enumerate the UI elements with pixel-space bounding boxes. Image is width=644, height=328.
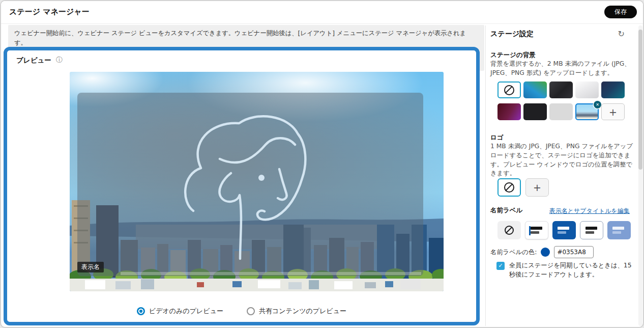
logo-option-none[interactable]: [497, 178, 521, 197]
logo-section-title: ロゴ: [490, 133, 504, 142]
edit-display-name-link[interactable]: 表示名とサブタイトルを編集: [549, 207, 630, 215]
name-label-style-blue-filled[interactable]: [552, 221, 576, 239]
prohibited-icon: [505, 226, 514, 235]
color-swatch[interactable]: [541, 248, 550, 257]
background-description: 背景を選択するか、2 MB 未満のファイル (JPG、JPEG、PNG 形式) …: [490, 60, 633, 78]
background-option-crimson-purple[interactable]: [497, 103, 521, 120]
background-option-light-gray[interactable]: [549, 103, 573, 120]
sidebar-scrollbar-thumb[interactable]: [638, 30, 642, 170]
radio-shared-content-label: 共有コンテンツのプレビュー: [259, 307, 346, 316]
radio-video-only[interactable]: ビデオのみのプレビュー: [137, 307, 223, 316]
page-title: ステージ マネージャー: [9, 7, 90, 17]
radio-video-only-label: ビデオのみのプレビュー: [149, 307, 223, 316]
background-option-navy-teal[interactable]: [601, 81, 625, 98]
video-preview-overlay: [77, 93, 423, 276]
name-label-style-light-accent[interactable]: [525, 221, 548, 239]
background-options-grid: ✕ +: [497, 81, 625, 120]
add-logo-button[interactable]: +: [525, 178, 549, 197]
preview-title: プレビュー: [16, 56, 51, 65]
radio-selected-icon[interactable]: [137, 307, 145, 315]
stage-background-image: 表示名: [70, 72, 444, 291]
background-option-black[interactable]: [523, 103, 547, 120]
radio-unselected-icon[interactable]: [247, 307, 255, 315]
fade-option-row: ✓ 全員にステージを同期しているときは、15 秒後にフェードアウトします。: [496, 261, 632, 280]
stage-settings-title: ステージ設定: [490, 30, 534, 39]
radio-shared-content[interactable]: 共有コンテンツのプレビュー: [247, 307, 346, 316]
background-option-custom-city[interactable]: ✕: [575, 103, 599, 120]
background-option-blue-green[interactable]: [523, 81, 547, 98]
sidebar-scrollbar-track: [638, 25, 642, 326]
info-icon[interactable]: ⓘ: [56, 56, 63, 65]
name-label-color-label: 名前ラベルの色:: [490, 248, 537, 257]
background-section-title: ステージの背景: [490, 51, 536, 60]
display-name-chip[interactable]: 表示名: [77, 262, 104, 272]
preview-panel: プレビュー ⓘ: [4, 47, 480, 325]
logo-options: +: [497, 178, 549, 197]
accent-bar: [529, 226, 531, 235]
background-option-dark-wave[interactable]: [549, 81, 573, 98]
overlay-bottom-band: [121, 272, 421, 275]
name-label-style-options: [497, 221, 631, 239]
fade-note: 全員にステージを同期しているときは、15 秒後にフェードアウトします。: [509, 261, 632, 280]
preview-mode-radios: ビデオのみのプレビュー 共有コンテンツのプレビュー: [7, 307, 476, 316]
prohibited-icon: [504, 85, 514, 95]
top-bar: ステージ マネージャー 保存: [1, 1, 643, 24]
name-label-style-none[interactable]: [497, 221, 521, 239]
name-label-style-translucent-blue[interactable]: [607, 221, 631, 239]
prohibited-icon: [504, 182, 514, 193]
background-option-light-wave[interactable]: [575, 81, 599, 98]
name-label-style-light-plain[interactable]: [580, 221, 603, 239]
stage-manager-window: ステージ マネージャー 保存 ウェビナー開始前に、ウェビナー ステージ ビューを…: [0, 0, 644, 328]
name-label-section-title: 名前ラベル: [490, 206, 522, 215]
background-option-none[interactable]: [497, 81, 521, 98]
color-value-input[interactable]: [554, 246, 594, 258]
stage-settings-sidebar: ステージ設定 ↻ ステージの背景 背景を選択するか、2 MB 未満のファイル (…: [490, 25, 636, 327]
avatar-face-illustration: [77, 93, 423, 276]
save-button[interactable]: 保存: [604, 6, 637, 18]
banner-line1: ウェビナー開始前に、ウェビナー ステージ ビューをカスタマイズできます。ウェビナ…: [14, 30, 466, 46]
logo-description: 1 MB 未満の JPG、JPEG、PNG ファイルをアップロードすることで、ス…: [490, 142, 634, 178]
sidebar-separator: [485, 25, 486, 326]
add-background-button[interactable]: +: [601, 103, 625, 120]
fade-checkbox[interactable]: ✓: [496, 262, 505, 270]
refresh-icon[interactable]: ↻: [615, 29, 628, 39]
remove-background-icon[interactable]: ✕: [594, 101, 601, 108]
name-label-color-row: 名前ラベルの色:: [490, 246, 594, 258]
